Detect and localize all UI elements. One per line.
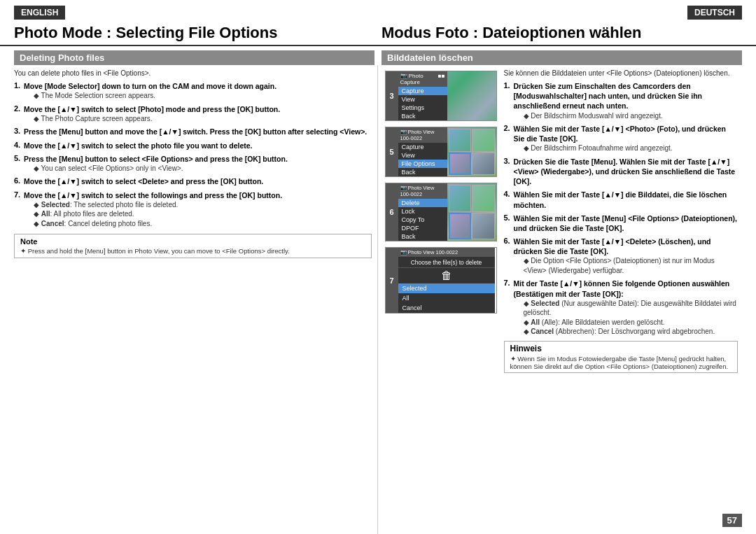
screen-num-3: 3 [386,71,398,120]
de-bullet-6-1: Die Option <File Options> (Dateioptionen… [524,256,738,275]
screen-3: 3 📷 Photo Capture ■■ Capture View Settin… [385,71,497,121]
screen-opt-selected: Selected [398,283,495,293]
screen-num-5: 5 [386,127,398,176]
step-text-7: Move the [▲/▼] switch to select the foll… [24,190,282,200]
thumb-6-3 [449,213,472,240]
de-step-1: 1. Drücken Sie zum Einschalten des Camco… [504,81,738,120]
de-step-num-1: 1. [504,81,514,90]
de-step-5: 5. Wählen Sie mit der Taste [Menu] <File… [504,213,738,233]
screen-menu-5: 📷 Photo View 100-0022 Capture View File … [398,127,447,176]
screen-menu-item-capture: Capture [398,87,447,95]
right-intro: Sie können die Bilddateien unter <File O… [504,69,738,77]
step-num-2: 2. [14,104,24,113]
hinweis-text-content: Wenn Sie im Modus Fotowiedergabe die Tas… [510,355,729,370]
step-num-6: 6. [14,176,24,185]
page-title-left: Photo Mode : Selecting File Options [14,24,374,42]
de-step-text-3: Drücken Sie die Taste [Menu]. Wählen Sie… [514,157,738,187]
de-step-text-6: Wählen Sie mit der Taste [▲/▼] <Delete> … [514,237,738,256]
hinweis-title: Hinweis [510,344,732,353]
de-step-num-5: 5. [504,213,514,222]
de-step-7: 7. Mit der Taste [▲/▼] können Sie folgen… [504,279,738,336]
step-bullet-7-3: Cancel: Cancel deleting photo files. [34,219,282,229]
screen-menu-title-5: 📷 Photo View 100-0022 [398,127,447,143]
step-4: 4. Move the [▲/▼] switch to select the p… [14,141,372,150]
step-1: 1. Move [Mode Selector] down to turn on … [14,81,372,101]
right-text: Sie können die Bilddateien unter <File O… [504,69,743,534]
de-step-text-5: Wählen Sie mit der Taste [Menu] <File Op… [514,213,738,233]
screen-6: 6 📷 Photo View 100-0022 Delete Lock Copy… [385,183,497,241]
de-step-num-6: 6. [504,237,514,245]
step-num-1: 1. [14,81,24,90]
right-screens: 3 📷 Photo Capture ■■ Capture View Settin… [385,69,497,534]
screen-menu-6: 📷 Photo View 100-0022 Delete Lock Copy T… [398,183,447,241]
hinweis-box: Hinweis ✦ Wenn Sie im Modus Fotowiederga… [504,341,738,373]
screen-menu-item-back: Back [398,112,447,120]
thumb-6-2 [472,185,495,212]
de-step-text-4: Wählen Sie mit der Taste [▲/▼] die Bildd… [514,190,738,209]
de-step-text-1: Drücken Sie zum Einschalten des Camcorde… [514,81,738,111]
step-bullet-1-1: The Mode Selection screen appears. [34,91,276,101]
de-step-num-2: 2. [504,124,514,132]
main-content: You can delete photo files in <File Opti… [0,65,756,534]
de-step-num-3: 3. [504,157,514,165]
step-6: 6. Move the [▲/▼] switch to select <Dele… [14,176,372,186]
screen-num-7: 7 [386,248,398,313]
screen-menu-item-5-back: Back [398,168,447,176]
screen-menu-item-6-delete: Delete [398,199,447,207]
step-bullet-5-1: You can select <File Options> only in <V… [34,164,288,174]
screen-menu-title-3: 📷 Photo Capture ■■ [398,71,447,87]
screen-opt-cancel: Cancel [398,303,495,313]
step-text-3: Press the [Menu] button and move the [▲/… [24,127,367,136]
de-step-num-7: 7. [504,279,514,287]
page-number: 57 [722,514,742,527]
page-title-right: Modus Foto : Dateioptionen wählen [374,24,742,42]
note-text: ✦ Press and hold the [Menu] button in Ph… [20,247,365,255]
de-bullet-1-1: Der Bildschirm Moduswahl wird angezeigt. [524,111,738,121]
step-text-6: Move the [▲/▼] switch to select <Delete>… [24,176,263,186]
lang-badge-english: ENGLISH [14,6,65,20]
section-headers: Deleting Photo files Bilddateien löschen [0,50,756,65]
screen-photo-5 [447,127,496,176]
screen-menu-item-6-copyto: Copy To [398,216,447,224]
de-bullet-7-1: Selected (Nur ausgewählte Datei): Die au… [524,299,738,318]
screen-menu-item-6-back: Back [398,232,447,241]
screen-opt-all: All [398,293,495,303]
page: ENGLISH DEUTSCH Photo Mode : Selecting F… [0,0,756,534]
step-bullet-7-1: Selected: The selected photo file is del… [34,200,282,210]
left-intro: You can delete photo files in <File Opti… [14,69,372,77]
hinweis-text: ✦ Wenn Sie im Modus Fotowiedergabe die T… [510,355,732,370]
lang-badge-deutsch: DEUTSCH [687,6,742,20]
step-text-2: Move the [▲/▼] switch to select [Photo] … [24,104,280,114]
titles-row: Photo Mode : Selecting File Options Modu… [0,20,756,46]
screen-menu-item-6-lock: Lock [398,207,447,216]
screen-menu-3: 📷 Photo Capture ■■ Capture View Settings… [398,71,447,120]
screen-menu-title-6: 📷 Photo View 100-0022 [398,183,447,199]
screen-delete-prompt: Choose the file(s) to delete [398,257,495,268]
section-header-left: Deleting Photo files [14,50,374,65]
de-step-text-7: Mit der Taste [▲/▼] können Sie folgende … [514,279,738,298]
screen-photo-3 [447,71,496,120]
thumb-3 [449,153,472,176]
screen-photo-6 [447,183,496,241]
step-text-1: Move [Mode Selector] down to turn on the… [24,81,276,91]
screen-menu-item-5-capture: Capture [398,143,447,151]
thumb-4 [472,153,495,176]
thumb-2 [472,129,495,152]
screen-menu-item-settings: Settings [398,104,447,112]
left-column: You can delete photo files in <File Opti… [14,65,378,534]
note-box: Note ✦ Press and hold the [Menu] button … [14,234,372,258]
screen-menu-item-5-view: View [398,151,447,160]
step-num-3: 3. [14,127,24,135]
right-column: 3 📷 Photo Capture ■■ Capture View Settin… [378,65,743,534]
screen-5: 5 📷 Photo View 100-0022 Capture View Fil… [385,127,497,177]
trash-icon: 🗑 [398,268,495,283]
screen-menu-item-5-fileoptions: File Options [398,160,447,168]
step-2: 2. Move the [▲/▼] switch to select [Phot… [14,104,372,124]
thumb-1 [449,129,472,152]
de-step-3: 3. Drücken Sie die Taste [Menu]. Wählen … [504,157,738,187]
step-5: 5. Press the [Menu] button to select <Fi… [14,154,372,174]
step-text-4: Move the [▲/▼] switch to select the phot… [24,141,252,150]
de-bullet-7-2: All (Alle): Alle Bilddateien werden gelö… [524,318,738,328]
screen-menu-item-view: View [398,95,447,104]
screen-menu-item-6-dpof: DPOF [398,224,447,232]
